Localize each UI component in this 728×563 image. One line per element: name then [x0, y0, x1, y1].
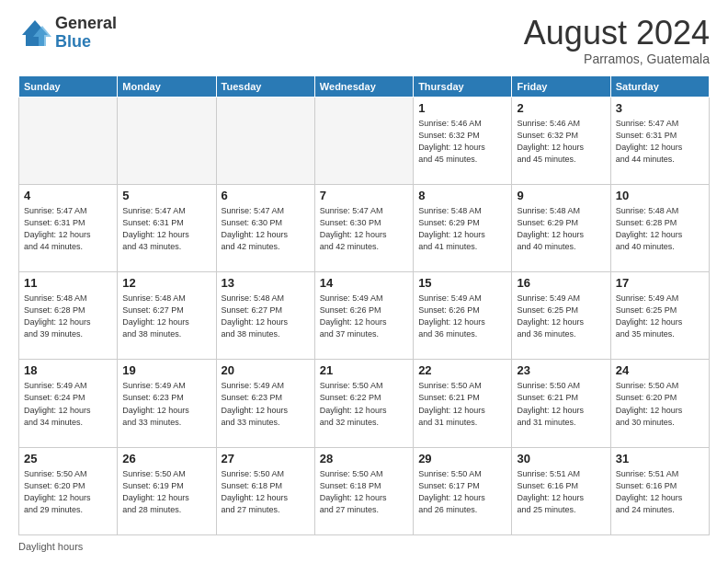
day-info: Sunrise: 5:48 AM Sunset: 6:27 PM Dayligh… — [122, 293, 210, 340]
calendar-cell: 31Sunrise: 5:51 AM Sunset: 6:16 PM Dayli… — [610, 447, 709, 534]
day-number: 12 — [122, 276, 210, 290]
day-info: Sunrise: 5:48 AM Sunset: 6:29 PM Dayligh… — [517, 205, 605, 253]
month-title: August 2024 — [524, 15, 710, 52]
day-number: 4 — [24, 189, 112, 202]
day-info: Sunrise: 5:48 AM Sunset: 6:27 PM Dayligh… — [222, 293, 310, 340]
day-number: 30 — [517, 452, 605, 465]
calendar-cell: 17Sunrise: 5:49 AM Sunset: 6:25 PM Dayli… — [610, 272, 709, 360]
weekday-header-row: SundayMondayTuesdayWednesdayThursdayFrid… — [19, 75, 710, 97]
location: Parramos, Guatemala — [524, 52, 710, 66]
day-info: Sunrise: 5:49 AM Sunset: 6:23 PM Dayligh… — [222, 380, 310, 428]
day-info: Sunrise: 5:49 AM Sunset: 6:24 PM Dayligh… — [24, 380, 112, 428]
day-info: Sunrise: 5:50 AM Sunset: 6:19 PM Dayligh… — [122, 468, 210, 516]
logo-general: General — [55, 15, 117, 33]
page: General Blue August 2024 Parramos, Guate… — [0, 0, 728, 563]
calendar-cell: 12Sunrise: 5:48 AM Sunset: 6:27 PM Dayli… — [118, 272, 216, 360]
calendar-cell: 24Sunrise: 5:50 AM Sunset: 6:20 PM Dayli… — [610, 360, 709, 447]
calendar-cell — [314, 97, 413, 184]
day-number: 23 — [517, 363, 605, 377]
day-info: Sunrise: 5:50 AM Sunset: 6:18 PM Dayligh… — [222, 468, 310, 516]
day-info: Sunrise: 5:49 AM Sunset: 6:25 PM Dayligh… — [616, 293, 704, 340]
day-info: Sunrise: 5:51 AM Sunset: 6:16 PM Dayligh… — [616, 468, 704, 516]
title-area: August 2024 Parramos, Guatemala — [524, 15, 710, 66]
calendar-cell: 3Sunrise: 5:47 AM Sunset: 6:31 PM Daylig… — [610, 97, 709, 184]
calendar-cell: 23Sunrise: 5:50 AM Sunset: 6:21 PM Dayli… — [512, 360, 610, 447]
weekday-header-saturday: Saturday — [610, 75, 709, 97]
day-info: Sunrise: 5:48 AM Sunset: 6:28 PM Dayligh… — [616, 205, 704, 253]
calendar-cell: 5Sunrise: 5:47 AM Sunset: 6:31 PM Daylig… — [118, 184, 216, 271]
day-info: Sunrise: 5:50 AM Sunset: 6:20 PM Dayligh… — [616, 380, 704, 428]
calendar-cell: 28Sunrise: 5:50 AM Sunset: 6:18 PM Dayli… — [314, 447, 413, 534]
calendar-cell: 27Sunrise: 5:50 AM Sunset: 6:18 PM Dayli… — [216, 447, 314, 534]
day-info: Sunrise: 5:48 AM Sunset: 6:28 PM Dayligh… — [24, 293, 112, 340]
calendar-cell: 21Sunrise: 5:50 AM Sunset: 6:22 PM Dayli… — [314, 360, 413, 447]
day-info: Sunrise: 5:50 AM Sunset: 6:20 PM Dayligh… — [24, 468, 112, 516]
calendar-cell: 29Sunrise: 5:50 AM Sunset: 6:17 PM Dayli… — [414, 447, 512, 534]
day-info: Sunrise: 5:50 AM Sunset: 6:18 PM Dayligh… — [320, 468, 408, 516]
footer-label: Daylight hours — [18, 541, 83, 552]
calendar-cell: 7Sunrise: 5:47 AM Sunset: 6:30 PM Daylig… — [314, 184, 413, 271]
weekday-header-wednesday: Wednesday — [314, 75, 413, 97]
day-number: 1 — [418, 101, 506, 115]
calendar-cell: 9Sunrise: 5:48 AM Sunset: 6:29 PM Daylig… — [512, 184, 610, 271]
calendar-cell: 11Sunrise: 5:48 AM Sunset: 6:28 PM Dayli… — [19, 272, 118, 360]
day-info: Sunrise: 5:49 AM Sunset: 6:25 PM Dayligh… — [517, 293, 605, 340]
day-info: Sunrise: 5:46 AM Sunset: 6:32 PM Dayligh… — [517, 118, 605, 166]
calendar-cell: 14Sunrise: 5:49 AM Sunset: 6:26 PM Dayli… — [314, 272, 413, 360]
calendar-cell: 4Sunrise: 5:47 AM Sunset: 6:31 PM Daylig… — [19, 184, 118, 271]
logo-blue: Blue — [55, 33, 117, 52]
calendar-cell: 10Sunrise: 5:48 AM Sunset: 6:28 PM Dayli… — [610, 184, 709, 271]
day-number: 8 — [418, 189, 506, 202]
day-number: 13 — [222, 276, 310, 290]
day-number: 9 — [517, 189, 605, 202]
calendar-cell: 8Sunrise: 5:48 AM Sunset: 6:29 PM Daylig… — [414, 184, 512, 271]
day-info: Sunrise: 5:50 AM Sunset: 6:22 PM Dayligh… — [320, 380, 408, 428]
logo-icon — [18, 17, 51, 50]
weekday-header-thursday: Thursday — [414, 75, 512, 97]
weekday-header-sunday: Sunday — [19, 75, 118, 97]
day-number: 31 — [616, 452, 704, 465]
day-number: 24 — [616, 363, 704, 377]
calendar-cell — [19, 97, 118, 184]
day-number: 25 — [24, 452, 112, 465]
calendar-cell — [216, 97, 314, 184]
day-info: Sunrise: 5:49 AM Sunset: 6:26 PM Dayligh… — [418, 293, 506, 340]
calendar-cell: 2Sunrise: 5:46 AM Sunset: 6:32 PM Daylig… — [512, 97, 610, 184]
day-number: 28 — [320, 452, 408, 465]
calendar-cell: 18Sunrise: 5:49 AM Sunset: 6:24 PM Dayli… — [19, 360, 118, 447]
day-number: 14 — [320, 276, 408, 290]
day-number: 29 — [418, 452, 506, 465]
day-number: 20 — [222, 363, 310, 377]
calendar-cell — [118, 97, 216, 184]
day-number: 17 — [616, 276, 704, 290]
day-number: 27 — [222, 452, 310, 465]
calendar-cell: 20Sunrise: 5:49 AM Sunset: 6:23 PM Dayli… — [216, 360, 314, 447]
calendar-cell: 6Sunrise: 5:47 AM Sunset: 6:30 PM Daylig… — [216, 184, 314, 271]
week-row-2: 11Sunrise: 5:48 AM Sunset: 6:28 PM Dayli… — [19, 272, 710, 360]
day-number: 11 — [24, 276, 112, 290]
calendar-cell: 25Sunrise: 5:50 AM Sunset: 6:20 PM Dayli… — [19, 447, 118, 534]
day-info: Sunrise: 5:49 AM Sunset: 6:26 PM Dayligh… — [320, 293, 408, 340]
weekday-header-tuesday: Tuesday — [216, 75, 314, 97]
calendar-cell: 30Sunrise: 5:51 AM Sunset: 6:16 PM Dayli… — [512, 447, 610, 534]
week-row-3: 18Sunrise: 5:49 AM Sunset: 6:24 PM Dayli… — [19, 360, 710, 447]
day-number: 3 — [616, 101, 704, 115]
weekday-header-monday: Monday — [118, 75, 216, 97]
day-number: 15 — [418, 276, 506, 290]
calendar-cell: 13Sunrise: 5:48 AM Sunset: 6:27 PM Dayli… — [216, 272, 314, 360]
day-info: Sunrise: 5:48 AM Sunset: 6:29 PM Dayligh… — [418, 205, 506, 253]
calendar-cell: 15Sunrise: 5:49 AM Sunset: 6:26 PM Dayli… — [414, 272, 512, 360]
day-number: 16 — [517, 276, 605, 290]
day-number: 22 — [418, 363, 506, 377]
calendar-cell: 19Sunrise: 5:49 AM Sunset: 6:23 PM Dayli… — [118, 360, 216, 447]
day-number: 26 — [122, 452, 210, 465]
calendar: SundayMondayTuesdayWednesdayThursdayFrid… — [18, 75, 710, 535]
header: General Blue August 2024 Parramos, Guate… — [18, 15, 710, 66]
day-number: 21 — [320, 363, 408, 377]
calendar-cell: 22Sunrise: 5:50 AM Sunset: 6:21 PM Dayli… — [414, 360, 512, 447]
day-number: 5 — [122, 189, 210, 202]
day-number: 10 — [616, 189, 704, 202]
day-number: 7 — [320, 189, 408, 202]
day-info: Sunrise: 5:47 AM Sunset: 6:30 PM Dayligh… — [320, 205, 408, 253]
week-row-4: 25Sunrise: 5:50 AM Sunset: 6:20 PM Dayli… — [19, 447, 710, 534]
